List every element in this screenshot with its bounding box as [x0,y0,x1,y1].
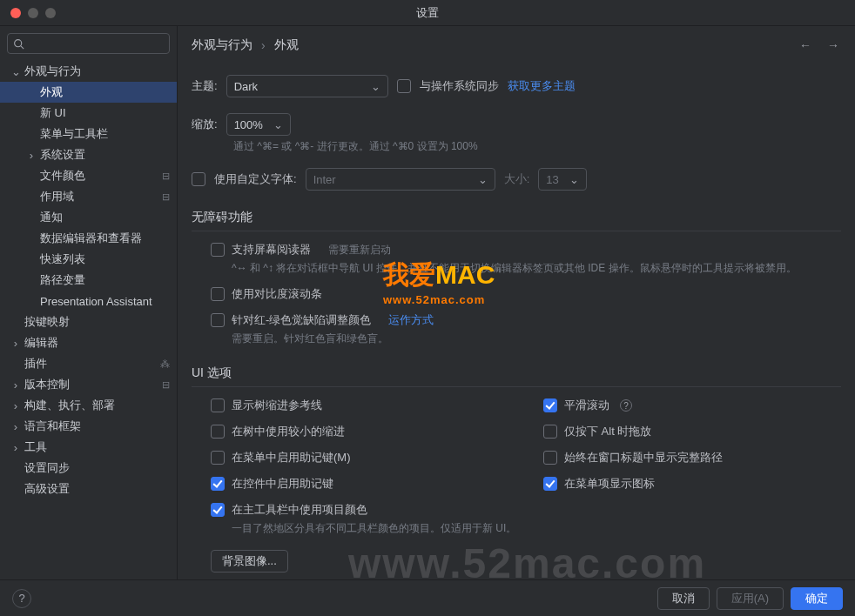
settings-tree: ⌄外观与行为外观新 UI菜单与工具栏›系统设置文件颜色⊟作用域⊟通知数据编辑器和… [0,61,177,506]
get-more-themes-link[interactable]: 获取更多主题 [508,78,576,94]
option-checkbox[interactable] [211,477,225,491]
zoom-window-button[interactable] [45,8,56,18]
sidebar-item[interactable]: ›构建、执行、部署 [0,395,177,416]
option-checkbox[interactable] [211,425,225,439]
sidebar-item[interactable]: 外观 [0,82,177,103]
chevron-down-icon: ⌄ [569,173,579,186]
background-image-button[interactable]: 背景图像... [211,550,288,572]
zoom-select[interactable]: 100% ⌄ [226,113,291,136]
option-label: 在树中使用较小的缩进 [232,424,345,439]
ui-options-heading: UI 选项 [192,365,841,387]
chevron-right-icon: › [9,378,23,392]
sidebar-item[interactable]: 文件颜色⊟ [0,165,177,186]
sidebar-item-label: 系统设置 [40,147,85,163]
zoom-label: 缩放: [192,117,218,132]
vision-adjust-label: 针对红-绿色觉缺陷调整颜色 [232,312,371,328]
minimize-window-button[interactable] [28,8,38,18]
sidebar-item-label: 版本控制 [24,377,70,392]
option-label: 在菜单项显示图标 [564,476,655,492]
sidebar-item-label: 路径变量 [40,272,85,288]
contrast-scroll-checkbox[interactable] [211,287,225,301]
sidebar-item-label: 外观 [40,84,63,100]
scope-badge-icon: ⊟ [162,171,170,182]
sidebar-item-label: 快速列表 [40,251,85,267]
window-title: 设置 [416,5,439,21]
sidebar-item[interactable]: Presentation Assistant [0,291,177,311]
theme-label: 主题: [192,78,218,94]
sidebar-item[interactable]: 菜单与工具栏 [0,124,177,144]
sidebar-item-label: 工具 [24,439,47,455]
vision-adjust-hint: 需要重启。针对红色盲和绿色盲。 [232,331,841,346]
sidebar-item[interactable]: 高级设置 [0,479,177,499]
breadcrumb-sep: › [261,38,266,52]
sidebar-item[interactable]: ›版本控制⊟ [0,374,177,395]
sidebar-item[interactable]: 路径变量 [0,270,177,291]
sidebar-item[interactable]: ›编辑器 [0,332,177,353]
sidebar-item[interactable]: 作用域⊟ [0,186,177,207]
sync-os-checkbox[interactable] [397,79,411,93]
sidebar-item[interactable]: 数据编辑器和查看器 [0,228,177,249]
sidebar-item[interactable]: 快速列表 [0,249,177,270]
option-checkbox[interactable] [211,503,225,517]
footer: ? 取消 应用(A) 确定 [0,579,855,616]
font-name-select[interactable]: Inter ⌄ [306,168,495,191]
screen-reader-hint: ^↔ 和 ^↕ 将在对话框中导航 UI 控件，并且不能用于切换编辑器标签页或其他… [232,261,841,276]
cancel-button[interactable]: 取消 [657,587,710,610]
sidebar-item[interactable]: 新 UI [0,103,177,124]
sidebar-item[interactable]: 设置同步 [0,458,177,479]
help-icon[interactable]: ? [620,399,632,412]
breadcrumb-root[interactable]: 外观与行为 [192,37,252,53]
apply-button[interactable]: 应用(A) [717,587,784,610]
sidebar-item-label: 编辑器 [24,335,58,351]
search-input[interactable] [7,33,170,54]
option-checkbox[interactable] [543,451,557,465]
sidebar-item-label: 通知 [40,210,63,225]
option-checkbox[interactable] [543,425,557,439]
sidebar-item[interactable]: 按键映射 [0,311,177,332]
help-button[interactable]: ? [12,589,31,608]
option-checkbox[interactable] [211,451,225,465]
sidebar-item[interactable]: ›工具 [0,437,177,458]
chevron-down-icon: ⌄ [9,64,23,78]
theme-select[interactable]: Dark ⌄ [226,75,388,97]
zoom-hint: 通过 ^⌘= 或 ^⌘- 进行更改。通过 ^⌘0 设置为 100% [233,139,841,154]
sidebar-item[interactable]: ›系统设置 [0,144,177,165]
sync-os-label: 与操作系统同步 [420,78,499,94]
sidebar-item[interactable]: 通知 [0,207,177,228]
screen-reader-checkbox[interactable] [211,243,225,257]
sidebar-item-label: 插件 [24,356,47,372]
font-size-select[interactable]: 13 ⌄ [538,168,587,191]
font-size-label: 大小: [504,171,530,187]
ok-button[interactable]: 确定 [791,587,843,610]
chevron-right-icon: › [9,419,23,433]
sidebar-item[interactable]: ›语言和框架 [0,416,177,437]
vision-adjust-checkbox[interactable] [211,313,225,327]
option-checkbox[interactable] [543,477,557,491]
chevron-right-icon: › [24,148,38,162]
chevron-down-icon: ⌄ [371,80,380,93]
close-window-button[interactable] [10,8,21,18]
custom-font-checkbox[interactable] [192,172,205,186]
sidebar-item-label: 设置同步 [24,460,70,476]
sidebar-item-label: 作用域 [40,189,74,204]
sidebar: ⌄外观与行为外观新 UI菜单与工具栏›系统设置文件颜色⊟作用域⊟通知数据编辑器和… [0,26,178,579]
chevron-right-icon: › [9,440,23,454]
chevron-right-icon: › [9,398,23,412]
option-label: 平滑滚动 [564,398,609,413]
svg-line-1 [21,45,24,48]
sidebar-item[interactable]: ⌄外观与行为 [0,61,177,82]
svg-point-0 [15,39,22,46]
sidebar-item-label: 新 UI [40,105,66,121]
forward-button[interactable]: → [827,38,839,52]
how-it-works-link[interactable]: 运作方式 [388,312,434,328]
option-checkbox[interactable] [211,398,225,412]
traffic-lights [10,8,56,18]
back-button[interactable]: ← [799,38,811,52]
sidebar-item[interactable]: 插件⁂ [0,353,177,374]
option-label: 在主工具栏中使用项目颜色 [232,502,367,518]
breadcrumb: 外观与行为 › 外观 ← → [178,26,855,64]
sidebar-item-label: Presentation Assistant [40,295,152,308]
sidebar-item-label: 外观与行为 [24,64,81,79]
option-checkbox[interactable] [543,398,557,412]
content-area: 外观与行为 › 外观 ← → 主题: Dark ⌄ 与操作系统同步 获取更多主题 [178,26,855,579]
